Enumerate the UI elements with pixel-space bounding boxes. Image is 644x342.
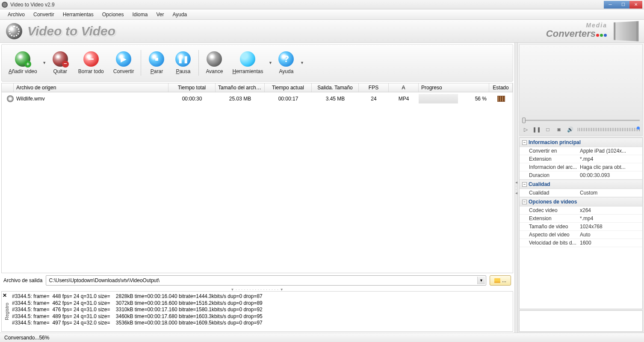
grid-row[interactable]: Wildlife.wmv 00:00:30 25.03 MB 00:00:17 … (2, 92, 513, 105)
log-lines[interactable]: #3344.5: frame= 448 fps= 24 q=31.0 size=… (9, 292, 513, 331)
prop-row[interactable]: Tamaño de video1024x768 (520, 223, 642, 231)
preview-volume-icon[interactable]: 🔊 (567, 126, 573, 133)
remove-button[interactable]: Quitar (47, 50, 73, 76)
prop-row[interactable]: Duracion00:00:30.093 (520, 171, 642, 180)
stop-icon: ■ (149, 51, 164, 67)
preview-seek-slider[interactable] (520, 117, 642, 124)
add-icon (15, 51, 30, 67)
pause-icon: ❚❚ (175, 51, 191, 67)
chevron-down-icon[interactable]: ▼ (477, 277, 485, 284)
convert-icon: ▶ (116, 51, 131, 67)
preview-panel: ▷ ❚❚ □ ◙ 🔊 (519, 44, 643, 136)
prop-row[interactable]: Velocidad de bits d...1600 (520, 239, 642, 247)
minimize-button[interactable]: ─ (604, 1, 617, 9)
property-description (519, 310, 643, 332)
preview-stop-button[interactable]: □ (544, 126, 551, 133)
col-file-size[interactable]: Tamaño del archivo (216, 83, 265, 92)
status-text: Conversando...56% (4, 335, 49, 341)
preview-button[interactable]: Avance (201, 50, 227, 76)
prop-row[interactable]: Extension*.mp4 (520, 155, 642, 163)
collapse-icon[interactable]: − (522, 140, 527, 145)
titlebar: Video to Video v2.9 ─ ☐ ✕ (0, 0, 644, 9)
preview-pause-button[interactable]: ❚❚ (533, 126, 540, 133)
app-icon (2, 2, 8, 8)
convert-button[interactable]: ▶ Convertir (109, 50, 139, 76)
col-fps[interactable]: FPS (359, 83, 389, 92)
prop-row[interactable]: Aspecto del videoAuto (520, 231, 642, 239)
preview-icon (207, 51, 222, 67)
clear-all-button[interactable]: − Borrar todo (74, 50, 108, 76)
cell-a: MP4 (389, 96, 419, 102)
cell-total-time: 00:00:30 (168, 96, 216, 102)
maximize-button[interactable]: ☐ (617, 1, 629, 9)
preview-video-area (520, 44, 642, 117)
col-a[interactable]: A (389, 83, 419, 92)
add-video-button[interactable]: Añadir video (4, 50, 41, 76)
col-state[interactable]: Estado (489, 83, 513, 92)
help-dropdown[interactable]: ▼ (300, 61, 304, 65)
prop-row[interactable]: Convertir enApple iPad (1024x... (520, 147, 642, 155)
file-type-icon (7, 95, 14, 102)
remove-icon (53, 51, 68, 67)
menu-ver[interactable]: Ver (152, 10, 168, 19)
grid-body[interactable]: Wildlife.wmv 00:00:30 25.03 MB 00:00:17 … (1, 92, 513, 273)
menubar: Archivo Convertir Herramientas Opciones … (0, 9, 644, 20)
cell-file-size: 25.03 MB (216, 96, 265, 102)
menu-opciones[interactable]: Opciones (98, 10, 128, 19)
prop-row[interactable]: CualidadCustom (520, 189, 642, 197)
film-strip-icon (614, 21, 638, 41)
folder-icon (494, 278, 500, 283)
collapse-icon[interactable]: − (522, 182, 527, 187)
cell-file: Wildlife.wmv (14, 96, 168, 102)
converting-icon (497, 96, 505, 102)
cell-fps: 24 (359, 96, 389, 102)
prop-group-header[interactable]: −Informacion principal (520, 138, 642, 147)
collapse-icon[interactable]: − (522, 200, 527, 204)
preview-controls: ▷ ❚❚ □ ◙ 🔊 (520, 124, 642, 136)
log-panel: ✕ Registro #3344.5: frame= 448 fps= 24 q… (1, 291, 513, 332)
menu-herramientas[interactable]: Herramientas (59, 10, 98, 19)
grid-header: Archivo de origen Tiempo total Tamaño de… (1, 83, 513, 92)
col-total-time[interactable]: Tiempo total (168, 83, 216, 92)
preview-snapshot-button[interactable]: ◙ (555, 126, 562, 133)
media-converters-logo: Media Converters (546, 23, 607, 39)
prop-group-header[interactable]: −Cualidad (520, 180, 642, 189)
brand-icon (6, 23, 22, 39)
menu-archivo[interactable]: Archivo (3, 10, 29, 19)
properties-panel[interactable]: −Informacion principalConvertir enApple … (519, 137, 643, 309)
output-path-combo[interactable]: C:\Users\Uptodown\Downloads\vtv\VideoOut… (46, 275, 486, 286)
brand-bar: Video to Video Media Converters (0, 20, 644, 43)
window-controls: ─ ☐ ✕ (604, 1, 642, 9)
prop-row[interactable]: Codec videox264 (520, 206, 642, 215)
preview-play-button[interactable]: ▷ (522, 126, 529, 133)
col-progress[interactable]: Progreso (419, 83, 489, 92)
col-out-size[interactable]: Salida. Tamaño (312, 83, 359, 92)
menu-ayuda[interactable]: Ayuda (168, 10, 191, 19)
add-video-dropdown[interactable]: ▼ (42, 61, 47, 65)
col-current-time[interactable]: Tiempo actual (265, 83, 312, 92)
output-row: Archivo de salida C:\Users\Uptodown\Down… (0, 273, 514, 288)
toolbar: Añadir video ▼ Quitar − Borrar todo ▶ Co… (1, 44, 513, 82)
prop-row[interactable]: Extension*.mp4 (520, 215, 642, 223)
help-icon: ? (278, 51, 294, 67)
prop-row[interactable]: Informacion del arc...Haga clic para obt… (520, 163, 642, 171)
prop-group-header[interactable]: −Opciones de videos (520, 197, 642, 206)
tools-button[interactable]: Herramientas (228, 50, 267, 76)
menu-convertir[interactable]: Convertir (29, 10, 59, 19)
window-title: Video to Video v2.9 (10, 2, 55, 8)
browse-button[interactable]: ... (490, 275, 511, 286)
statusbar: Conversando...56% (0, 333, 644, 342)
close-button[interactable]: ✕ (629, 1, 642, 9)
brand-text: Video to Video (27, 24, 115, 38)
horizontal-splitter[interactable]: ▼ · · · · · · · · · · · · · · · · ▼ (0, 288, 514, 291)
preview-volume-slider[interactable] (578, 128, 640, 131)
cell-current-time: 00:00:17 (265, 96, 312, 102)
pause-button[interactable]: ❚❚ Pausa (170, 50, 196, 76)
cell-state (489, 96, 513, 102)
menu-idioma[interactable]: Idioma (128, 10, 152, 19)
help-button[interactable]: ? Ayuda (273, 50, 299, 76)
stop-button[interactable]: ■ Parar (144, 50, 169, 76)
log-tab-label[interactable]: Registro (2, 292, 9, 331)
col-file[interactable]: Archivo de origen (14, 83, 168, 92)
tools-dropdown[interactable]: ▼ (268, 61, 272, 65)
